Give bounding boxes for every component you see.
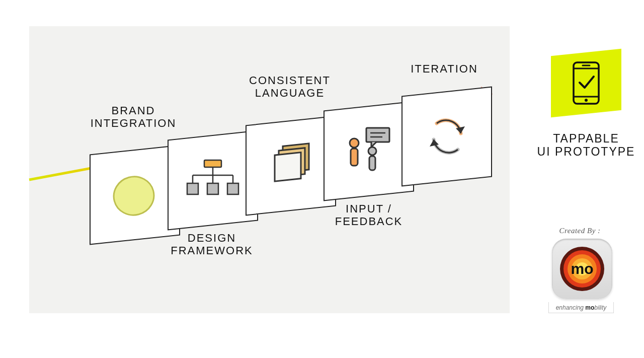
layers-icon [261,135,321,196]
tagline-suffix: bility [594,304,606,311]
label-fb-line1: INPUT / [346,202,392,215]
tagline-prefix: enhancing [556,304,586,311]
mo-text: mo [571,260,594,277]
tagline: enhancing mobility [548,302,614,313]
svg-rect-3 [204,160,221,167]
label-lang-line1: CONSISTENT [249,74,331,87]
svg-point-18 [350,138,359,148]
label-brand-line1: BRAND [111,104,155,117]
svg-rect-21 [369,156,375,170]
svg-rect-15 [366,128,389,142]
label-result: TAPPABLE UI PROTOTYPE [523,132,644,159]
label-fb-line2: FEEDBACK [335,215,403,228]
label-brand-line2: INTEGRATION [91,117,177,129]
svg-rect-11 [227,183,238,194]
svg-rect-10 [207,183,218,194]
card-input-feedback [324,101,414,201]
result-tile [551,49,621,118]
tagline-bold: mo [585,304,594,311]
label-consistent-language: CONSISTENT LANGUAGE [229,74,350,100]
label-input-feedback: INPUT / FEEDBACK [316,202,422,228]
svg-rect-9 [187,183,198,194]
svg-point-28 [585,99,588,102]
card-brand-integration [90,145,180,245]
label-design-line1: DESIGN [188,232,236,244]
created-by-heading: Created By : [523,227,636,235]
people-chat-icon [336,121,401,181]
org-chart-icon [180,150,246,210]
mo-app-badge-icon: mo [552,239,612,299]
result-line2: UI PROTOTYPE [537,145,635,158]
label-design-framework: DESIGN FRAMEWORK [156,232,267,257]
process-panel: BRAND INTEGRATION DESIGN [29,26,510,313]
svg-rect-14 [275,153,301,181]
card-design-framework [168,130,258,231]
label-brand-integration: BRAND INTEGRATION [70,104,196,130]
label-iteration: ITERATION [391,62,497,75]
svg-point-2 [110,172,158,220]
card-consistent-language [246,116,336,216]
label-lang-line2: LANGUAGE [255,87,325,99]
svg-point-20 [368,147,376,155]
creator-logo: mo enhancing mobility [549,239,615,313]
label-design-line2: FRAMEWORK [171,244,253,257]
result-line1: TAPPABLE [553,132,619,145]
svg-rect-19 [351,149,358,166]
page: BRAND INTEGRATION DESIGN [0,0,644,358]
brand-circle-icon [105,165,165,225]
card-iteration [401,87,492,187]
label-iter-line1: ITERATION [411,62,478,75]
cycle-icon [417,106,477,167]
result-column: TAPPABLE UI PROTOTYPE Created By : mo en… [523,26,636,313]
phone-check-icon [569,60,604,106]
